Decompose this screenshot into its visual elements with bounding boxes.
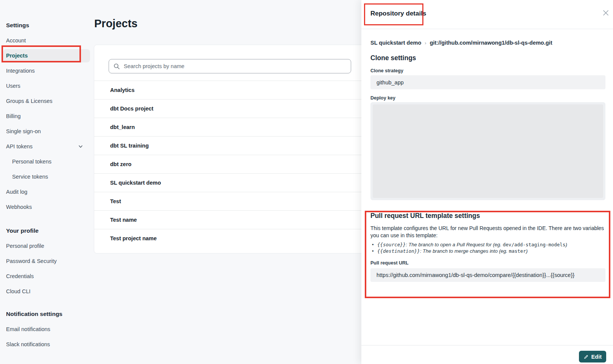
project-name: dbt zero (110, 161, 131, 167)
deploy-key-redacted-area (373, 104, 603, 198)
breadcrumb-separator-icon: › (421, 40, 429, 46)
sidebar-item-integrations[interactable]: Integrations (6, 63, 93, 78)
variable-description: : The branch to merge changes into (eg. (420, 248, 509, 254)
sidebar-item-label: Users (6, 83, 20, 89)
project-row-test[interactable]: Test (94, 192, 374, 210)
sidebar-item-credentials[interactable]: Credentials (6, 269, 93, 284)
sidebar-item-cloud-cli[interactable]: Cloud CLI (6, 284, 93, 299)
sidebar-item-label: Account (6, 37, 26, 44)
chevron-down-icon[interactable] (78, 144, 83, 149)
pull-request-url-value: https://github.com/mirnawong1/db-sl-qs-d… (377, 272, 574, 278)
sidebar-item-label: Billing (6, 113, 21, 119)
sidebar-item-label: Service tokens (12, 174, 48, 180)
pr-variable-source: {{source}}: The branch to open a Pull Re… (370, 241, 605, 248)
clone-strategy-label: Clone strategy (370, 68, 605, 73)
sidebar-item-label: Email notifications (6, 326, 50, 332)
breadcrumb-project: SL quickstart demo (370, 40, 421, 46)
sidebar-item-label: Integrations (6, 68, 35, 74)
sidebar-item-label: Credentials (6, 273, 34, 279)
pull-request-url-field: https://github.com/mirnawong1/db-sl-qs-d… (370, 268, 605, 282)
sidebar-item-audit-log[interactable]: Audit log (6, 184, 93, 199)
variable-example: master (509, 248, 526, 254)
sidebar-item-users[interactable]: Users (6, 78, 93, 93)
panel-footer: Edit (361, 345, 613, 364)
clone-settings-heading: Clone settings (370, 54, 605, 62)
project-list: Analytics dbt Docs project dbt_learn dbt… (94, 81, 374, 247)
project-name: Analytics (110, 87, 134, 93)
pr-variable-destination: {{destination}}: The branch to merge cha… (370, 248, 605, 254)
sidebar-item-projects[interactable]: Projects (6, 48, 93, 63)
sidebar-item-label: Single sign-on (6, 128, 41, 134)
project-name: Test name (110, 217, 137, 223)
sidebar-heading-your-profile: Your profile (6, 223, 93, 238)
clone-strategy-field: github_app (370, 75, 605, 89)
variable-example: dev/add-staging-models (503, 242, 566, 247)
sidebar-item-label: Password & Security (6, 258, 57, 264)
deploy-key-field (370, 102, 605, 200)
pr-template-description: This template configures the URL for new… (370, 225, 605, 239)
variable-code: {{destination}} (377, 248, 420, 254)
panel-body: SL quickstart demo › git://github.com/mi… (370, 29, 605, 282)
sidebar-item-webhooks[interactable]: Webhooks (6, 199, 93, 215)
project-row-test-name[interactable]: Test name (94, 210, 374, 229)
sidebar-item-label: Webhooks (6, 204, 32, 210)
sidebar-item-password-security[interactable]: Password & Security (6, 254, 93, 269)
pull-request-url-label: Pull request URL (370, 260, 605, 266)
project-row-sl-quickstart-demo[interactable]: SL quickstart demo (94, 173, 374, 192)
project-search[interactable] (109, 59, 351, 73)
project-row-dbt-sl-training[interactable]: dbt SL training (94, 136, 374, 155)
projects-card: Analytics dbt Docs project dbt_learn dbt… (94, 45, 375, 254)
breadcrumb-repo-url: git://github.com/mirnawong1/db-sl-qs-dem… (430, 40, 552, 46)
sidebar-item-label: Personal tokens (12, 159, 51, 165)
project-name: Test (110, 198, 121, 204)
sidebar-item-label: Groups & Licenses (6, 98, 53, 104)
project-row-dbt-docs-project[interactable]: dbt Docs project (94, 99, 374, 118)
sidebar-item-account[interactable]: Account (6, 33, 93, 48)
variable-close-paren: ) (526, 248, 527, 254)
sidebar-item-label: Personal profile (6, 243, 44, 249)
panel-header: Repository details (361, 0, 613, 29)
sidebar-item-email-notifications[interactable]: Email notifications (6, 322, 93, 337)
sidebar-heading-label: Settings (6, 22, 29, 29)
sidebar-item-label: Audit log (6, 189, 27, 195)
edit-button[interactable]: Edit (579, 351, 606, 362)
sidebar-item-groups-licenses[interactable]: Groups & Licenses (6, 93, 93, 109)
search-input[interactable] (124, 63, 346, 69)
panel-title: Repository details (370, 10, 426, 17)
project-name: SL quickstart demo (110, 180, 161, 186)
project-row-test-project-name[interactable]: Test project name (94, 229, 374, 247)
close-icon[interactable] (602, 9, 610, 17)
settings-sidebar: Settings Account Projects Integrations U… (6, 18, 93, 352)
project-row-analytics[interactable]: Analytics (94, 81, 374, 99)
variable-description: : The branch to open a Pull Request for … (406, 242, 503, 247)
sidebar-item-label: API tokens (6, 143, 33, 149)
deploy-key-label: Deploy key (370, 95, 605, 101)
sidebar-item-label: Projects (6, 53, 28, 59)
repository-details-panel: Repository details SL quickstart demo › … (361, 0, 613, 364)
project-name: dbt_learn (110, 124, 135, 130)
sidebar-item-api-tokens[interactable]: API tokens (6, 139, 93, 154)
sidebar-heading-settings: Settings (6, 18, 93, 33)
sidebar-heading-label: Your profile (6, 227, 39, 234)
clone-strategy-value: github_app (377, 79, 404, 86)
sidebar-item-single-sign-on[interactable]: Single sign-on (6, 124, 93, 139)
search-icon (114, 63, 120, 70)
pr-template-heading: Pull request URL template settings (370, 212, 605, 220)
pr-template-variables-list: {{source}}: The branch to open a Pull Re… (370, 241, 605, 254)
sidebar-item-personal-profile[interactable]: Personal profile (6, 238, 93, 254)
sidebar-item-personal-tokens[interactable]: Personal tokens (6, 154, 93, 169)
project-name: Test project name (110, 235, 157, 241)
sidebar-item-slack-notifications[interactable]: Slack notifications (6, 337, 93, 352)
sidebar-item-label: Slack notifications (6, 341, 50, 347)
edit-button-label: Edit (591, 354, 602, 360)
variable-close-paren: ) (565, 242, 567, 247)
project-row-dbt-zero[interactable]: dbt zero (94, 155, 374, 173)
sidebar-item-service-tokens[interactable]: Service tokens (6, 169, 93, 184)
project-row-dbt-learn[interactable]: dbt_learn (94, 118, 374, 136)
pencil-icon (583, 354, 589, 359)
breadcrumb: SL quickstart demo › git://github.com/mi… (370, 40, 605, 46)
sidebar-heading-label: Notification settings (6, 311, 62, 317)
variable-code: {{source}} (377, 242, 406, 247)
project-name: dbt Docs project (110, 106, 153, 112)
sidebar-item-billing[interactable]: Billing (6, 109, 93, 124)
